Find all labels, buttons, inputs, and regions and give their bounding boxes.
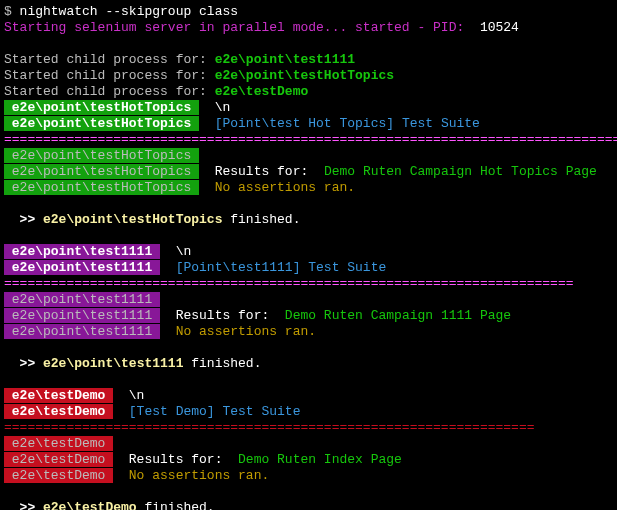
hot-tag: e2e\point\testHotTopics — [4, 116, 199, 131]
t1111-suite: e2e\point\test1111 [Point\test1111] Test… — [4, 260, 613, 276]
fin-pre: >> — [4, 356, 43, 371]
hot-noassert: e2e\point\testHotTopics No assertions ra… — [4, 180, 613, 196]
started-prefix: Started child process for: — [4, 52, 215, 67]
hot-suite-label: [Point\test Hot Topics] Test Suite — [199, 116, 480, 131]
hot-tag: e2e\point\testHotTopics — [4, 180, 199, 195]
started-proc-2: e2e\point\testHotTopics — [215, 68, 394, 83]
hot-tag: e2e\point\testHotTopics — [4, 148, 199, 163]
selenium-pid: 10524 — [464, 20, 519, 35]
demo-suite-label: [Test Demo] Test Suite — [113, 404, 300, 419]
results-for-label: Results for: — [199, 164, 324, 179]
fin-pre: >> — [4, 500, 43, 510]
hot-results: e2e\point\testHotTopics Results for: Dem… — [4, 164, 613, 180]
started-1: Started child process for: e2e\point\tes… — [4, 52, 613, 68]
started-2: Started child process for: e2e\point\tes… — [4, 68, 613, 84]
t1111-demo-name: Demo Ruten Campaign 1111 Page — [285, 308, 511, 323]
t1111-sep: ========================================… — [4, 276, 613, 292]
blank — [4, 228, 613, 244]
fin-pre: >> — [4, 212, 43, 227]
hot-nl-text: \n — [199, 100, 230, 115]
demo-tag: e2e\testDemo — [4, 436, 113, 451]
demo-noassert: e2e\testDemo No assertions ran. — [4, 468, 613, 484]
t1111-nl-text: \n — [160, 244, 191, 259]
no-assertions: No assertions ran. — [160, 324, 316, 339]
fin-name: e2e\point\testHotTopics — [43, 212, 222, 227]
blank — [4, 484, 613, 500]
t1111-tag: e2e\point\test1111 — [4, 292, 160, 307]
t1111-tag: e2e\point\test1111 — [4, 324, 160, 339]
t1111-suite-label: [Point\test1111] Test Suite — [160, 260, 386, 275]
blank — [4, 36, 613, 52]
demo-results: e2e\testDemo Results for: Demo Ruten Ind… — [4, 452, 613, 468]
hot-tag: e2e\point\testHotTopics — [4, 100, 199, 115]
t1111-tag: e2e\point\test1111 — [4, 260, 160, 275]
t1111-noassert: e2e\point\test1111 No assertions ran. — [4, 324, 613, 340]
demo-suite: e2e\testDemo [Test Demo] Test Suite — [4, 404, 613, 420]
demo-nl: e2e\testDemo \n — [4, 388, 613, 404]
started-proc-3: e2e\testDemo — [215, 84, 309, 99]
demo-tag: e2e\testDemo — [4, 468, 113, 483]
started-prefix: Started child process for: — [4, 68, 215, 83]
hot-nl: e2e\point\testHotTopics \n — [4, 100, 613, 116]
demo-name: Demo Ruten Index Page — [238, 452, 402, 467]
blank — [4, 372, 613, 388]
fin-post: finished. — [183, 356, 261, 371]
prompt: $ — [4, 4, 20, 19]
hot-blank: e2e\point\testHotTopics — [4, 148, 613, 164]
no-assertions: No assertions ran. — [199, 180, 355, 195]
command-line: $ nightwatch --skipgroup class — [4, 4, 613, 20]
fin-name: e2e\point\test1111 — [43, 356, 183, 371]
results-for-label: Results for: — [160, 308, 285, 323]
blank — [4, 340, 613, 356]
demo-blank: e2e\testDemo — [4, 436, 613, 452]
hot-finished: >> e2e\point\testHotTopics finished. — [4, 212, 613, 228]
hot-tag: e2e\point\testHotTopics — [4, 164, 199, 179]
fin-post: finished. — [137, 500, 215, 510]
hot-demo-name: Demo Ruten Campaign Hot Topics Page — [324, 164, 597, 179]
demo-tag: e2e\testDemo — [4, 388, 113, 403]
selenium-start: Starting selenium server in parallel mod… — [4, 20, 613, 36]
t1111-blank: e2e\point\test1111 — [4, 292, 613, 308]
fin-name: e2e\testDemo — [43, 500, 137, 510]
demo-tag: e2e\testDemo — [4, 404, 113, 419]
t1111-tag: e2e\point\test1111 — [4, 244, 160, 259]
t1111-tag: e2e\point\test1111 — [4, 308, 160, 323]
fin-post: finished. — [222, 212, 300, 227]
t1111-finished: >> e2e\point\test1111 finished. — [4, 356, 613, 372]
started-prefix: Started child process for: — [4, 84, 215, 99]
demo-sep: ========================================… — [4, 420, 613, 436]
t1111-nl: e2e\point\test1111 \n — [4, 244, 613, 260]
t1111-results: e2e\point\test1111 Results for: Demo Rut… — [4, 308, 613, 324]
demo-finished: >> e2e\testDemo finished. — [4, 500, 613, 510]
hot-sep: ========================================… — [4, 132, 613, 148]
started-proc-1: e2e\point\test1111 — [215, 52, 355, 67]
demo-nl-text: \n — [113, 388, 144, 403]
selenium-start-msg: Starting selenium server in parallel mod… — [4, 20, 464, 35]
no-assertions: No assertions ran. — [113, 468, 269, 483]
results-for-label: Results for: — [113, 452, 238, 467]
started-3: Started child process for: e2e\testDemo — [4, 84, 613, 100]
hot-suite: e2e\point\testHotTopics [Point\test Hot … — [4, 116, 613, 132]
demo-tag: e2e\testDemo — [4, 452, 113, 467]
blank — [4, 196, 613, 212]
command: nightwatch --skipgroup class — [20, 4, 238, 19]
